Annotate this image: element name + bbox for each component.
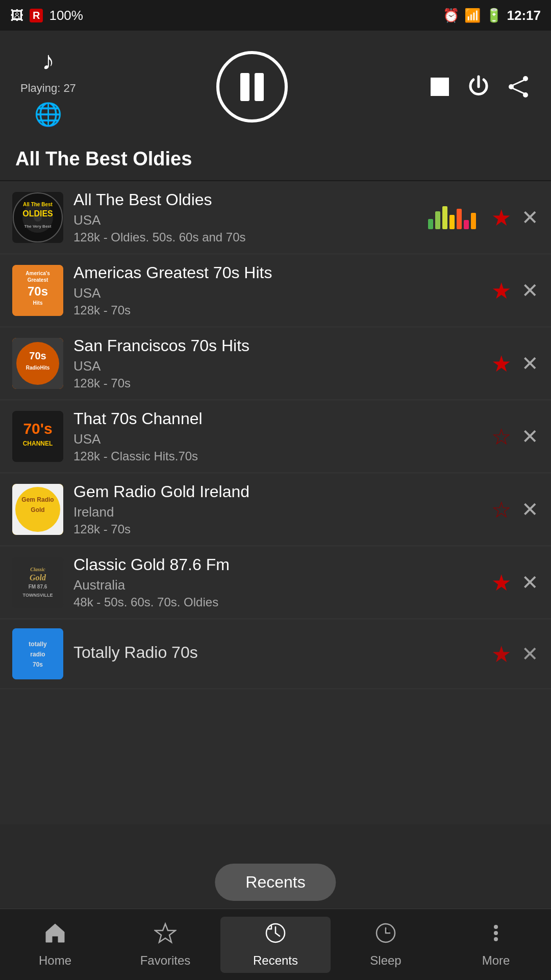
history-icon bbox=[264, 922, 287, 949]
svg-text:Classic: Classic bbox=[30, 567, 45, 572]
svg-text:Gem Radio: Gem Radio bbox=[21, 496, 54, 503]
share-button[interactable] bbox=[506, 75, 531, 99]
svg-text:70s: 70s bbox=[29, 350, 46, 361]
star-outline-icon bbox=[154, 922, 177, 949]
station-item-7[interactable]: totally radio 70s Totally Radio 70s ★ ✕ bbox=[0, 619, 551, 689]
time-display: 12:17 bbox=[507, 8, 541, 23]
svg-rect-28 bbox=[12, 557, 63, 608]
favorite-button-7[interactable]: ★ bbox=[491, 641, 511, 667]
station-logo-4: 70's CHANNEL bbox=[12, 411, 63, 462]
remove-button-3[interactable]: ✕ bbox=[521, 352, 539, 375]
favorite-button-5[interactable]: ☆ bbox=[491, 497, 511, 523]
pause-bar-right bbox=[255, 73, 264, 101]
station-info-6: Classic Gold 87.6 Fm Australia 48k - 50s… bbox=[73, 555, 481, 609]
svg-text:70s: 70s bbox=[33, 661, 43, 668]
station-desc-3: 128k - 70s bbox=[73, 376, 481, 390]
station-item-1[interactable]: All The Best OLDIES The Very Best All Th… bbox=[0, 181, 551, 254]
svg-point-18 bbox=[16, 342, 59, 385]
nav-label-more: More bbox=[482, 953, 510, 968]
station-item-4[interactable]: 70's CHANNEL That 70s Channel USA 128k -… bbox=[0, 400, 551, 473]
station-desc-1: 128k - Oldies. 50s. 60s and 70s bbox=[73, 230, 246, 244]
svg-text:RadioHits: RadioHits bbox=[26, 365, 50, 371]
station-logo-7: totally radio 70s bbox=[12, 628, 63, 679]
favorite-button-6[interactable]: ★ bbox=[491, 570, 511, 596]
svg-text:America's: America's bbox=[26, 271, 50, 276]
station-item-2[interactable]: America's Greatest 70s Hits Americas Gre… bbox=[0, 254, 551, 327]
remove-button-7[interactable]: ✕ bbox=[521, 642, 539, 666]
nav-label-sleep: Sleep bbox=[370, 953, 401, 968]
globe-button[interactable]: 🌐 bbox=[34, 101, 62, 128]
nav-item-more[interactable]: More bbox=[441, 917, 551, 973]
svg-text:Greatest: Greatest bbox=[28, 277, 48, 283]
remove-button-2[interactable]: ✕ bbox=[521, 279, 539, 302]
svg-text:FM 87.6: FM 87.6 bbox=[29, 584, 47, 590]
svg-text:Gold: Gold bbox=[30, 573, 46, 582]
favorite-button-1[interactable]: ★ bbox=[491, 205, 511, 231]
svg-line-5 bbox=[513, 88, 524, 93]
station-info-5: Gem Radio Gold Ireland Ireland 128k - 70… bbox=[73, 482, 481, 536]
station-actions-5: ☆ ✕ bbox=[491, 497, 539, 523]
svg-text:totally: totally bbox=[29, 641, 47, 648]
player-header: ♪ Playing: 27 🌐 bbox=[0, 31, 551, 143]
stop-button[interactable] bbox=[429, 76, 451, 98]
favorite-button-2[interactable]: ★ bbox=[491, 278, 511, 304]
remove-button-1[interactable]: ✕ bbox=[521, 206, 539, 229]
home-icon bbox=[44, 922, 66, 949]
battery-icon: 🔋 bbox=[486, 8, 502, 23]
station-country-6: Australia bbox=[73, 577, 481, 593]
player-right-section bbox=[429, 75, 531, 99]
favorite-button-3[interactable]: ★ bbox=[491, 351, 511, 377]
favorite-button-4[interactable]: ☆ bbox=[491, 424, 511, 450]
page-title: All The Best Oldies bbox=[15, 148, 536, 170]
remove-button-4[interactable]: ✕ bbox=[521, 425, 539, 448]
station-item-5[interactable]: Gem Radio Gold Gem Radio Gold Ireland Ir… bbox=[0, 473, 551, 546]
svg-line-4 bbox=[513, 80, 524, 85]
station-item-3[interactable]: 70s RadioHits San Franciscos 70s Hits US… bbox=[0, 327, 551, 400]
station-info-1: All The Best Oldies USA 128k - Oldies. 5… bbox=[73, 190, 418, 244]
station-info-3: San Franciscos 70s Hits USA 128k - 70s bbox=[73, 336, 481, 390]
svg-text:radio: radio bbox=[30, 651, 45, 658]
nav-item-sleep[interactable]: Sleep bbox=[331, 917, 441, 973]
station-name-6: Classic Gold 87.6 Fm bbox=[73, 555, 481, 574]
station-desc-6: 48k - 50s. 60s. 70s. Oldies bbox=[73, 595, 481, 609]
music-note-button[interactable]: ♪ bbox=[42, 46, 55, 76]
nav-label-recents: Recents bbox=[253, 953, 298, 968]
station-desc-5: 128k - 70s bbox=[73, 522, 481, 536]
player-left-section: ♪ Playing: 27 🌐 bbox=[20, 46, 76, 128]
nav-item-home[interactable]: Home bbox=[0, 917, 110, 973]
tooltip-text: Recents bbox=[245, 873, 305, 891]
pause-button[interactable] bbox=[216, 51, 288, 122]
nav-item-recents[interactable]: Recents bbox=[220, 917, 331, 973]
svg-point-39 bbox=[494, 925, 498, 929]
station-logo-5: Gem Radio Gold bbox=[12, 484, 63, 535]
station-title-bar: All The Best Oldies bbox=[0, 143, 551, 180]
station-desc-4: 128k - Classic Hits.70s bbox=[73, 449, 481, 463]
station-actions-2: ★ ✕ bbox=[491, 278, 539, 304]
svg-text:CHANNEL: CHANNEL bbox=[23, 440, 53, 447]
svg-text:Gold: Gold bbox=[31, 506, 44, 513]
more-icon bbox=[485, 922, 507, 949]
wifi-icon: 📶 bbox=[464, 8, 481, 23]
station-info-4: That 70s Channel USA 128k - Classic Hits… bbox=[73, 409, 481, 463]
share-icon bbox=[506, 75, 531, 99]
station-country-2: USA bbox=[73, 285, 481, 301]
status-right: ⏰ 📶 🔋 12:17 bbox=[443, 8, 541, 23]
remove-button-6[interactable]: ✕ bbox=[521, 571, 539, 594]
station-name-7: Totally Radio 70s bbox=[73, 643, 481, 662]
power-button[interactable] bbox=[466, 75, 491, 99]
battery-number: 100% bbox=[49, 8, 83, 23]
pause-icon bbox=[240, 73, 264, 101]
nav-item-favorites[interactable]: Favorites bbox=[110, 917, 220, 973]
nav-label-favorites: Favorites bbox=[140, 953, 191, 968]
remove-button-5[interactable]: ✕ bbox=[521, 498, 539, 521]
svg-text:70's: 70's bbox=[23, 420, 52, 437]
station-name-5: Gem Radio Gold Ireland bbox=[73, 482, 481, 501]
svg-rect-0 bbox=[431, 78, 449, 96]
station-info-2: Americas Greatest 70s Hits USA 128k - 70… bbox=[73, 263, 481, 317]
photo-icon: 🖼 bbox=[10, 8, 23, 23]
station-item-6[interactable]: Classic Gold FM 87.6 TOWNSVILLE Classic … bbox=[0, 546, 551, 619]
station-country-4: USA bbox=[73, 431, 481, 447]
station-country-3: USA bbox=[73, 358, 481, 374]
nav-label-home: Home bbox=[39, 953, 71, 968]
station-desc-2: 128k - 70s bbox=[73, 303, 481, 317]
